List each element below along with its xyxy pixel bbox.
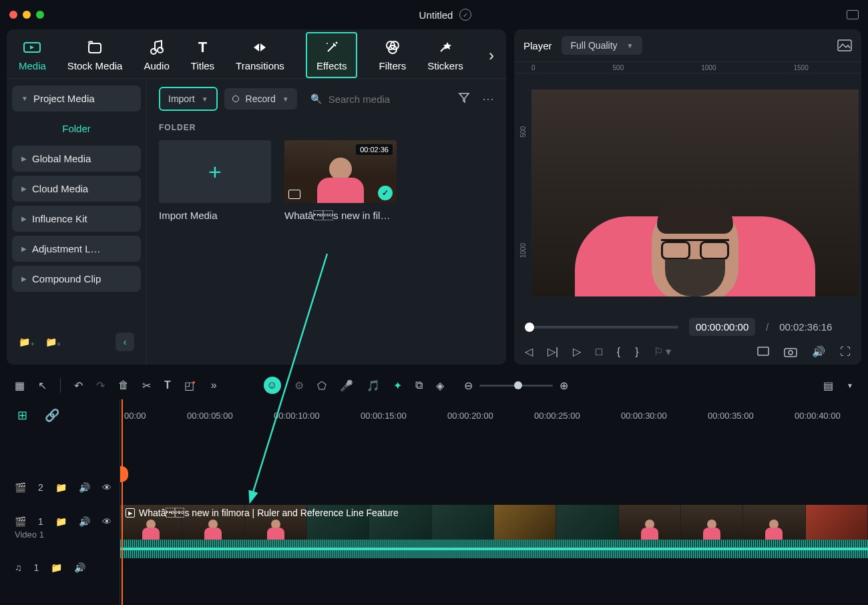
track-header-2[interactable]: 🎬2 📁 🔊 👁 xyxy=(0,470,120,505)
tab-stock-media[interactable]: Stock Media xyxy=(67,39,123,71)
saved-check-icon: ✓ xyxy=(459,9,471,21)
tab-effects[interactable]: Effects xyxy=(306,32,358,78)
traffic-minimize[interactable] xyxy=(23,11,31,19)
track-header-1[interactable]: 🎬1 📁 🔊 👁 Video 1 xyxy=(0,505,120,550)
tab-transitions[interactable]: Transitions xyxy=(236,39,284,71)
playhead[interactable] xyxy=(122,399,123,605)
media-panel: Media Stock Media Audio T Titles Transit… xyxy=(7,29,506,365)
delete-icon[interactable]: 🗑 xyxy=(118,379,129,391)
traffic-close[interactable] xyxy=(9,11,17,19)
media-icon xyxy=(23,39,41,56)
ai-assistant-icon[interactable]: ☺ xyxy=(264,377,281,394)
mute-icon[interactable]: 🔊 xyxy=(79,482,90,493)
add-track-icon[interactable]: ⊞ xyxy=(17,408,27,423)
crop-icon[interactable]: ◰● xyxy=(184,379,198,392)
sidebar-item-global-media[interactable]: ▶Global Media xyxy=(12,146,141,172)
undo-icon[interactable]: ↶ xyxy=(74,379,83,392)
prev-frame-icon[interactable]: ◁ xyxy=(525,345,533,358)
pointer-icon[interactable]: ↖ xyxy=(38,379,47,392)
display-toggle-icon[interactable] xyxy=(847,10,859,19)
tab-titles[interactable]: T Titles xyxy=(191,39,214,71)
more-options-icon[interactable]: ⋯ xyxy=(482,91,494,106)
zoom-in-icon[interactable]: ⊕ xyxy=(560,379,568,392)
time-ruler[interactable]: 00:00 00:00:05:00 00:00:10:00 00:00:15:0… xyxy=(120,399,868,431)
audio-waveform[interactable] xyxy=(120,540,868,558)
mark-in-icon[interactable]: { xyxy=(617,346,620,358)
import-media-card[interactable]: + Import Media xyxy=(159,140,271,221)
visibility-icon[interactable]: 👁 xyxy=(102,516,112,527)
play-icon[interactable]: ▷ xyxy=(573,345,581,358)
record-button[interactable]: Record▼ xyxy=(224,88,297,110)
voiceover-icon[interactable]: 🎤 xyxy=(340,379,353,392)
tab-media[interactable]: Media xyxy=(19,39,46,71)
filter-icon[interactable] xyxy=(458,91,470,106)
window-titlebar: Untitled ✓ xyxy=(0,0,868,29)
sidebar-item-folder[interactable]: Folder xyxy=(12,116,141,142)
track-header-audio[interactable]: ♫1 📁 🔊 xyxy=(0,550,120,585)
sidebar-item-project-media[interactable]: ▼Project Media xyxy=(12,85,141,112)
video-clip[interactable]: ▶Whatâs new in filmora | Ruler and Ref… xyxy=(120,505,868,540)
snapshot-icon[interactable] xyxy=(837,39,852,51)
svg-point-4 xyxy=(158,47,163,53)
delete-folder-icon[interactable]: 📁ₓ xyxy=(45,337,61,347)
more-tools-icon[interactable]: » xyxy=(211,379,217,391)
folder-icon[interactable]: 📁 xyxy=(55,516,67,527)
zoom-out-icon[interactable]: ⊖ xyxy=(464,379,473,392)
caret-right-icon: ▶ xyxy=(21,215,27,222)
display-mode-icon[interactable] xyxy=(757,347,769,357)
timeline-toolbar: ▦ ↖ ↶ ↷ 🗑 ✂ T ◰● » ☺ ⚙ ⬠ 🎤 🎵 ✦ ⧉ ◈ ⊖ ⊕ ▤… xyxy=(0,371,868,399)
folder-icon[interactable]: 📁 xyxy=(55,482,67,493)
search-media[interactable]: 🔍 xyxy=(304,93,442,105)
visibility-icon[interactable]: 👁 xyxy=(102,482,112,493)
sidebar-collapse-icon[interactable]: ‹ xyxy=(116,333,134,351)
mute-icon[interactable]: 🔊 xyxy=(74,562,85,573)
media-clip-card[interactable]: 00:02:36 ✓ Whatâs new in fil… xyxy=(284,140,397,221)
stop-icon[interactable]: □ xyxy=(596,346,602,358)
mark-out-icon[interactable]: } xyxy=(635,346,638,358)
search-input[interactable] xyxy=(329,93,435,105)
fullscreen-icon[interactable]: ⛶ xyxy=(840,346,851,358)
sidebar-item-adjustment-layer[interactable]: ▶Adjustment L… xyxy=(12,236,141,262)
zoom-slider[interactable] xyxy=(479,385,553,387)
marker-dropdown-icon[interactable]: ⚐ ▾ xyxy=(654,345,671,358)
sidebar-item-influence-kit[interactable]: ▶Influence Kit xyxy=(12,206,141,232)
marker-icon[interactable]: ⬠ xyxy=(317,379,327,392)
redo-icon[interactable]: ↷ xyxy=(96,379,105,392)
svg-point-3 xyxy=(151,49,156,54)
quality-dropdown[interactable]: Full Quality▼ xyxy=(562,36,643,55)
sidebar-item-cloud-media[interactable]: ▶Cloud Media xyxy=(12,176,141,202)
view-dropdown-icon[interactable]: ▼ xyxy=(847,382,853,389)
used-check-icon: ✓ xyxy=(378,186,393,200)
step-forward-icon[interactable]: ▷| xyxy=(548,345,558,358)
camera-icon[interactable] xyxy=(784,347,797,357)
auto-reframe-icon[interactable]: ✦ xyxy=(393,379,402,392)
render-icon[interactable]: ⚙ xyxy=(294,379,304,392)
split-icon[interactable]: ✂ xyxy=(142,379,151,392)
tab-audio[interactable]: Audio xyxy=(144,39,169,71)
grid-icon[interactable]: ▦ xyxy=(15,379,25,392)
new-folder-icon[interactable]: 📁₊ xyxy=(19,337,35,347)
seek-slider[interactable] xyxy=(525,326,678,329)
keyframe-icon[interactable]: ◈ xyxy=(436,379,444,392)
traffic-zoom[interactable] xyxy=(36,11,44,19)
import-button[interactable]: Import▼ xyxy=(159,87,218,111)
tabs-scroll-right-icon[interactable]: › xyxy=(489,46,494,65)
mute-icon[interactable]: 🔊 xyxy=(79,516,90,527)
speed-icon[interactable]: ⧉ xyxy=(415,379,423,391)
link-tracks-icon[interactable]: 🔗 xyxy=(45,408,59,423)
track-headers: ⊞ 🔗 🎬2 📁 🔊 👁 🎬1 📁 🔊 👁 Video 1 ♫1 📁 🔊 xyxy=(0,399,120,605)
tab-stickers[interactable]: Stickers xyxy=(427,39,463,71)
film-icon xyxy=(288,190,300,199)
timeline-tracks[interactable]: 00:00 00:00:05:00 00:00:10:00 00:00:15:0… xyxy=(120,399,868,605)
caret-right-icon: ▶ xyxy=(21,185,27,192)
folder-icon[interactable]: 📁 xyxy=(51,562,62,573)
volume-icon[interactable]: 🔊 xyxy=(812,345,825,358)
preview-viewport[interactable] xyxy=(531,89,859,296)
sidebar-item-compound-clip[interactable]: ▶Compound Clip xyxy=(12,266,141,292)
text-icon[interactable]: T xyxy=(164,379,171,391)
view-mode-icon[interactable]: ▤ xyxy=(823,379,833,392)
audio-sync-icon[interactable]: 🎵 xyxy=(367,379,380,392)
tab-filters[interactable]: Filters xyxy=(379,39,406,71)
record-dot-icon xyxy=(232,95,239,102)
timeline-panel: ▦ ↖ ↶ ↷ 🗑 ✂ T ◰● » ☺ ⚙ ⬠ 🎤 🎵 ✦ ⧉ ◈ ⊖ ⊕ ▤… xyxy=(0,371,868,605)
